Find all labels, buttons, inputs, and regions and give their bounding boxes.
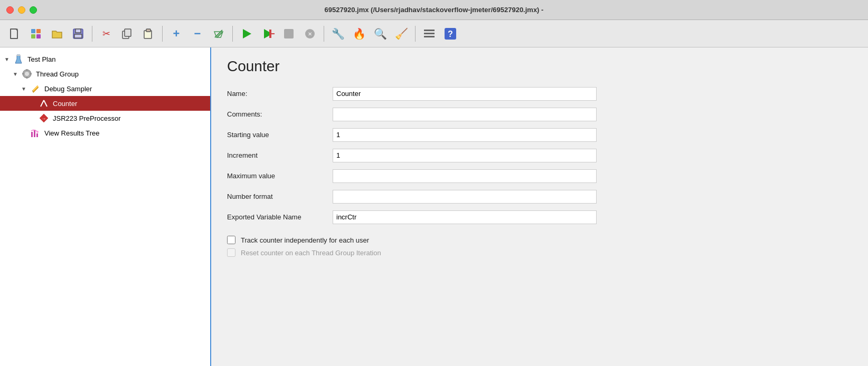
tree-item-debug-sampler[interactable]: ▼ Debug Sampler: [0, 81, 210, 96]
stop-button[interactable]: [278, 23, 299, 44]
number-format-input[interactable]: [333, 190, 597, 204]
svg-rect-36: [36, 133, 38, 137]
svg-rect-23: [16, 55, 21, 56]
increment-input[interactable]: [333, 149, 597, 162]
sep4: [324, 26, 324, 42]
open-button[interactable]: [46, 23, 68, 44]
svg-text:✕: ✕: [308, 31, 312, 37]
cut-button[interactable]: ✂: [96, 23, 117, 44]
svg-rect-4: [36, 34, 41, 38]
form-row-maximum-value: Maximum value: [227, 168, 852, 184]
copy-button[interactable]: [117, 23, 138, 44]
sep3: [232, 26, 233, 42]
svg-line-30: [41, 100, 44, 107]
track-counter-row: Track counter independently for each use…: [227, 236, 852, 244]
starting-value-label: Starting value: [227, 127, 333, 143]
track-counter-label: Track counter independently for each use…: [241, 236, 369, 244]
sep5: [415, 26, 416, 42]
save-button[interactable]: [68, 23, 89, 44]
svg-rect-19: [424, 33, 435, 34]
shutdown-button[interactable]: ✕: [299, 23, 320, 44]
tree-panel: ▼ Test Plan ▼: [0, 47, 211, 366]
pencil-icon: [30, 83, 41, 94]
toolbar-group-view: ?: [419, 23, 461, 44]
remote-stop-all-button[interactable]: 🔥: [348, 23, 370, 44]
toolbar-group-edit: ✂: [96, 23, 159, 44]
track-counter-checkbox[interactable]: [227, 236, 235, 244]
remote-start-all-button[interactable]: 🔧: [327, 23, 348, 44]
thread-group-label: Thread Group: [36, 70, 79, 78]
name-input[interactable]: [333, 87, 597, 101]
svg-rect-18: [424, 30, 435, 31]
form-row-starting-value: Starting value: [227, 127, 852, 143]
svg-rect-3: [31, 34, 35, 38]
clear-all-button[interactable]: [208, 23, 229, 44]
svg-rect-7: [74, 34, 82, 38]
clear-button[interactable]: 🧹: [391, 23, 412, 44]
jsr223-label: JSR223 PreProcessor: [53, 114, 121, 122]
main-layout: ▼ Test Plan ▼: [0, 47, 868, 366]
detail-panel: Counter Name: Comments: Starting value I…: [211, 47, 868, 366]
templates-button[interactable]: [25, 23, 46, 44]
run-no-pause-button[interactable]: [257, 23, 278, 44]
tree-arrow-debug-sampler: ▼: [21, 86, 30, 92]
form-row-name: Name:: [227, 85, 852, 102]
run-button[interactable]: [236, 23, 257, 44]
comments-label: Comments:: [227, 106, 333, 122]
tree-item-counter[interactable]: Counter: [0, 96, 210, 111]
svg-text:?: ?: [448, 30, 453, 38]
help-button[interactable]: ?: [440, 23, 461, 44]
detail-title: Counter: [227, 58, 852, 75]
svg-rect-34: [31, 132, 33, 137]
svg-rect-0: [11, 29, 17, 38]
name-label: Name:: [227, 85, 333, 102]
svg-rect-35: [34, 130, 35, 137]
toolbar: ✂ + −: [0, 20, 868, 47]
toolbar-group-run: ✕: [236, 23, 320, 44]
comments-input[interactable]: [333, 108, 597, 121]
form-row-increment: Increment: [227, 147, 852, 163]
jsr223-icon: →: [38, 112, 50, 124]
svg-rect-11: [146, 29, 150, 32]
svg-rect-28: [22, 73, 24, 74]
tree-arrow-thread-group: ▼: [13, 71, 21, 77]
reset-counter-label: Reset counter on each Thread Group Itera…: [241, 249, 381, 257]
counter-icon: [38, 98, 50, 109]
svg-point-37: [36, 131, 39, 133]
maximize-button[interactable]: [30, 6, 37, 14]
form-row-exported-variable-name: Exported Variable Name: [227, 209, 852, 225]
list-button[interactable]: [419, 23, 440, 44]
svg-rect-6: [76, 29, 81, 33]
form-row-comments: Comments:: [227, 106, 852, 122]
search-button[interactable]: 🔍: [370, 23, 391, 44]
toolbar-group-remote: 🔧 🔥 🔍 🧹: [327, 23, 412, 44]
view-results-tree-label: View Results Tree: [44, 129, 100, 137]
svg-rect-20: [424, 36, 435, 37]
counter-label: Counter: [53, 100, 77, 108]
new-button[interactable]: [4, 23, 25, 44]
remove-button[interactable]: −: [187, 23, 208, 44]
gear-icon: [21, 68, 33, 80]
sep1: [92, 26, 92, 42]
tree-item-view-results-tree[interactable]: View Results Tree: [0, 126, 210, 140]
svg-rect-14: [269, 30, 271, 38]
svg-rect-27: [26, 77, 27, 79]
exported-variable-name-input[interactable]: [333, 210, 597, 224]
svg-line-31: [44, 100, 47, 107]
minimize-button[interactable]: [18, 6, 25, 14]
paste-button[interactable]: [138, 23, 159, 44]
tree-item-jsr223[interactable]: → JSR223 PreProcessor: [0, 111, 210, 126]
svg-rect-1: [31, 29, 35, 33]
starting-value-input[interactable]: [333, 128, 597, 142]
maximum-value-input[interactable]: [333, 169, 597, 183]
reset-counter-row: Reset counter on each Thread Group Itera…: [227, 248, 852, 257]
svg-text:→: →: [42, 116, 46, 121]
toolbar-group-add: + −: [166, 23, 229, 44]
tree-item-test-plan[interactable]: ▼ Test Plan: [0, 52, 210, 66]
add-button[interactable]: +: [166, 23, 187, 44]
test-plan-label: Test Plan: [27, 55, 55, 63]
reset-counter-checkbox[interactable]: [227, 248, 235, 257]
window-title: 69527920.jmx (/Users/rjadhav/stackoverfl…: [325, 6, 544, 14]
tree-item-thread-group[interactable]: ▼ Thread Group: [0, 66, 210, 81]
close-button[interactable]: [6, 6, 14, 14]
